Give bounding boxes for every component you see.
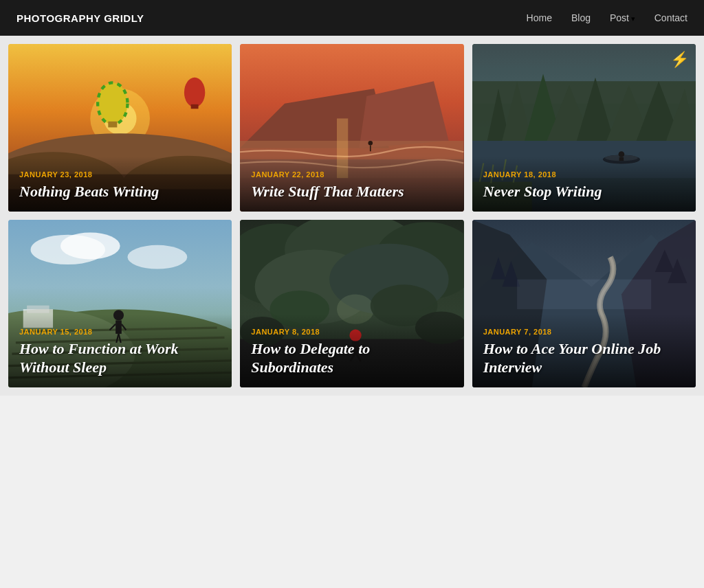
card-date: JANUARY 22, 2018 (251, 170, 452, 179)
card-overlay: JANUARY 22, 2018 Write Stuff That Matter… (240, 157, 463, 212)
svg-point-46 (128, 245, 188, 269)
card-nothing-beats-writing[interactable]: JANUARY 23, 2018 Nothing Beats Writing (8, 44, 232, 212)
card-overlay: JANUARY 7, 2018 How to Ace Your Online J… (472, 314, 696, 387)
card-overlay: JANUARY 8, 2018 How to Delegate to Subor… (240, 314, 463, 387)
card-date: JANUARY 15, 2018 (19, 328, 221, 336)
card-title: Nothing Beats Writing (19, 183, 221, 201)
svg-point-45 (60, 232, 120, 259)
nav-links: Home Blog Post Contact (527, 12, 688, 24)
card-date: JANUARY 8, 2018 (251, 328, 452, 336)
nav-contact[interactable]: Contact (654, 12, 688, 23)
nav-home[interactable]: Home (527, 12, 552, 23)
navbar: PHOTOGRAPHY GRIDLY Home Blog Post Contac… (0, 0, 704, 36)
card-title: How to Delegate to Subordinates (251, 340, 452, 376)
nav-blog[interactable]: Blog (571, 12, 591, 23)
svg-rect-61 (27, 306, 50, 313)
svg-rect-11 (191, 104, 199, 109)
svg-rect-88 (517, 280, 651, 309)
card-title: Never Stop Writing (483, 183, 685, 201)
card-function-at-work[interactable]: JANUARY 15, 2018 How to Function at Work… (8, 220, 232, 387)
post-grid: JANUARY 23, 2018 Nothing Beats Writing (0, 36, 704, 396)
card-ace-interview[interactable]: JANUARY 7, 2018 How to Ace Your Online J… (472, 220, 696, 387)
card-title: How to Ace Your Online Job Interview (483, 340, 685, 376)
card-overlay: JANUARY 15, 2018 How to Function at Work… (8, 314, 232, 387)
card-date: JANUARY 18, 2018 (483, 170, 685, 179)
card-write-stuff[interactable]: JANUARY 22, 2018 Write Stuff That Matter… (240, 44, 463, 212)
nav-post[interactable]: Post (610, 12, 629, 23)
card-date: JANUARY 23, 2018 (19, 170, 221, 179)
site-logo[interactable]: PHOTOGRAPHY GRIDLY (16, 12, 144, 24)
card-overlay: JANUARY 18, 2018 Never Stop Writing (472, 157, 696, 212)
svg-point-19 (368, 141, 373, 146)
card-title: How to Function at Work Without Sleep (19, 340, 221, 376)
svg-point-10 (184, 78, 205, 107)
card-delegate[interactable]: JANUARY 8, 2018 How to Delegate to Subor… (240, 220, 463, 387)
card-date: JANUARY 7, 2018 (483, 328, 685, 336)
card-never-stop-writing[interactable]: ⚡ JANUARY 18, 2018 Never Stop Writing (472, 44, 696, 212)
flash-badge: ⚡ (670, 51, 689, 69)
card-overlay: JANUARY 23, 2018 Nothing Beats Writing (8, 157, 232, 212)
card-title: Write Stuff That Matters (251, 183, 452, 201)
svg-rect-9 (108, 122, 117, 128)
